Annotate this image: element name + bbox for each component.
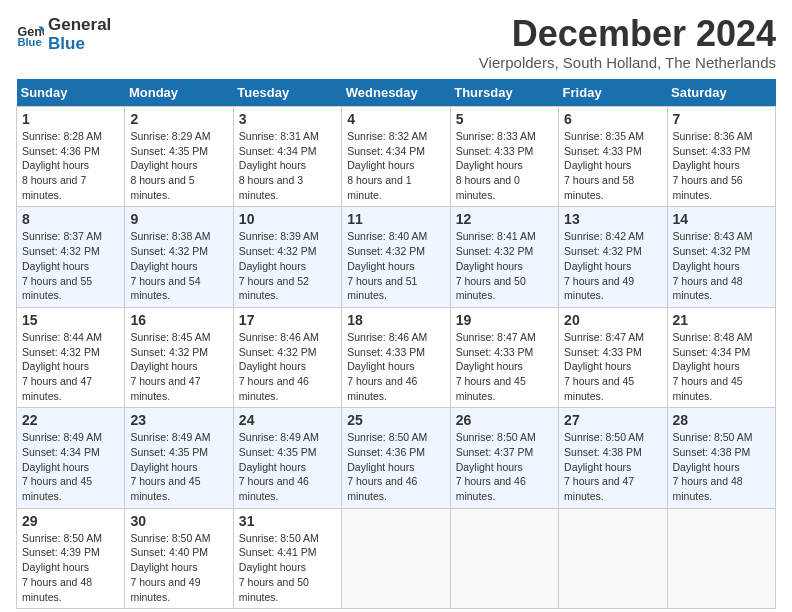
sunrise-label: Sunrise: 8:43 AM <box>673 230 753 242</box>
day-info: Sunrise: 8:47 AM Sunset: 4:33 PM Dayligh… <box>456 330 553 403</box>
daylight-value: 8 hours and 7 minutes. <box>22 174 86 201</box>
sunrise-label: Sunrise: 8:42 AM <box>564 230 644 242</box>
title-section: December 2024 Vierpolders, South Holland… <box>479 16 776 71</box>
daylight-label: Daylight hours <box>22 159 89 171</box>
day-number: 19 <box>456 312 553 328</box>
page-header: General Blue General Blue December 2024 … <box>16 16 776 71</box>
logo-line1: General <box>48 16 111 35</box>
calendar-cell: 28 Sunrise: 8:50 AM Sunset: 4:38 PM Dayl… <box>667 408 775 508</box>
sunrise-label: Sunrise: 8:32 AM <box>347 130 427 142</box>
sunset-label: Sunset: 4:32 PM <box>130 346 208 358</box>
calendar-cell: 12 Sunrise: 8:41 AM Sunset: 4:32 PM Dayl… <box>450 207 558 307</box>
day-number: 2 <box>130 111 227 127</box>
sunrise-label: Sunrise: 8:49 AM <box>239 431 319 443</box>
sunrise-label: Sunrise: 8:50 AM <box>239 532 319 544</box>
sunset-label: Sunset: 4:32 PM <box>564 245 642 257</box>
sunrise-label: Sunrise: 8:37 AM <box>22 230 102 242</box>
weekday-header: Monday <box>125 79 233 107</box>
daylight-value: 7 hours and 47 minutes. <box>564 475 634 502</box>
sunrise-label: Sunrise: 8:48 AM <box>673 331 753 343</box>
day-number: 18 <box>347 312 444 328</box>
sunrise-label: Sunrise: 8:28 AM <box>22 130 102 142</box>
day-number: 12 <box>456 211 553 227</box>
weekday-header: Friday <box>559 79 667 107</box>
calendar-table: SundayMondayTuesdayWednesdayThursdayFrid… <box>16 79 776 609</box>
sunset-label: Sunset: 4:33 PM <box>347 346 425 358</box>
day-info: Sunrise: 8:35 AM Sunset: 4:33 PM Dayligh… <box>564 129 661 202</box>
svg-text:Blue: Blue <box>17 36 41 48</box>
calendar-cell: 16 Sunrise: 8:45 AM Sunset: 4:32 PM Dayl… <box>125 307 233 407</box>
weekday-header: Thursday <box>450 79 558 107</box>
day-number: 30 <box>130 513 227 529</box>
day-number: 20 <box>564 312 661 328</box>
daylight-label: Daylight hours <box>130 360 197 372</box>
sunset-label: Sunset: 4:34 PM <box>239 145 317 157</box>
sunrise-label: Sunrise: 8:50 AM <box>564 431 644 443</box>
day-number: 16 <box>130 312 227 328</box>
daylight-value: 7 hours and 46 minutes. <box>239 475 309 502</box>
daylight-label: Daylight hours <box>22 561 89 573</box>
calendar-cell: 7 Sunrise: 8:36 AM Sunset: 4:33 PM Dayli… <box>667 107 775 207</box>
day-info: Sunrise: 8:44 AM Sunset: 4:32 PM Dayligh… <box>22 330 119 403</box>
sunrise-label: Sunrise: 8:45 AM <box>130 331 210 343</box>
daylight-value: 7 hours and 46 minutes. <box>239 375 309 402</box>
weekday-header: Tuesday <box>233 79 341 107</box>
sunset-label: Sunset: 4:35 PM <box>130 145 208 157</box>
daylight-label: Daylight hours <box>456 360 523 372</box>
sunset-label: Sunset: 4:32 PM <box>239 245 317 257</box>
daylight-label: Daylight hours <box>22 360 89 372</box>
day-number: 14 <box>673 211 770 227</box>
calendar-cell: 26 Sunrise: 8:50 AM Sunset: 4:37 PM Dayl… <box>450 408 558 508</box>
day-number: 15 <box>22 312 119 328</box>
calendar-title: December 2024 <box>479 16 776 52</box>
day-info: Sunrise: 8:33 AM Sunset: 4:33 PM Dayligh… <box>456 129 553 202</box>
logo: General Blue General Blue <box>16 16 111 53</box>
sunrise-label: Sunrise: 8:46 AM <box>347 331 427 343</box>
weekday-header: Saturday <box>667 79 775 107</box>
sunset-label: Sunset: 4:33 PM <box>564 346 642 358</box>
day-number: 7 <box>673 111 770 127</box>
sunset-label: Sunset: 4:40 PM <box>130 546 208 558</box>
calendar-cell: 29 Sunrise: 8:50 AM Sunset: 4:39 PM Dayl… <box>17 508 125 608</box>
daylight-value: 7 hours and 52 minutes. <box>239 275 309 302</box>
day-number: 27 <box>564 412 661 428</box>
daylight-label: Daylight hours <box>347 260 414 272</box>
calendar-cell: 30 Sunrise: 8:50 AM Sunset: 4:40 PM Dayl… <box>125 508 233 608</box>
daylight-label: Daylight hours <box>22 461 89 473</box>
day-info: Sunrise: 8:38 AM Sunset: 4:32 PM Dayligh… <box>130 229 227 302</box>
day-number: 28 <box>673 412 770 428</box>
day-number: 1 <box>22 111 119 127</box>
daylight-label: Daylight hours <box>130 561 197 573</box>
day-number: 31 <box>239 513 336 529</box>
daylight-label: Daylight hours <box>456 461 523 473</box>
day-info: Sunrise: 8:49 AM Sunset: 4:35 PM Dayligh… <box>130 430 227 503</box>
calendar-cell: 10 Sunrise: 8:39 AM Sunset: 4:32 PM Dayl… <box>233 207 341 307</box>
sunrise-label: Sunrise: 8:40 AM <box>347 230 427 242</box>
daylight-value: 8 hours and 0 minutes. <box>456 174 520 201</box>
day-info: Sunrise: 8:40 AM Sunset: 4:32 PM Dayligh… <box>347 229 444 302</box>
calendar-body: 1 Sunrise: 8:28 AM Sunset: 4:36 PM Dayli… <box>17 107 776 609</box>
day-info: Sunrise: 8:43 AM Sunset: 4:32 PM Dayligh… <box>673 229 770 302</box>
sunset-label: Sunset: 4:41 PM <box>239 546 317 558</box>
sunrise-label: Sunrise: 8:50 AM <box>130 532 210 544</box>
calendar-cell: 20 Sunrise: 8:47 AM Sunset: 4:33 PM Dayl… <box>559 307 667 407</box>
day-info: Sunrise: 8:31 AM Sunset: 4:34 PM Dayligh… <box>239 129 336 202</box>
calendar-cell <box>667 508 775 608</box>
day-number: 21 <box>673 312 770 328</box>
calendar-cell: 1 Sunrise: 8:28 AM Sunset: 4:36 PM Dayli… <box>17 107 125 207</box>
sunrise-label: Sunrise: 8:41 AM <box>456 230 536 242</box>
day-number: 24 <box>239 412 336 428</box>
day-info: Sunrise: 8:50 AM Sunset: 4:37 PM Dayligh… <box>456 430 553 503</box>
weekday-header: Sunday <box>17 79 125 107</box>
calendar-week-row: 15 Sunrise: 8:44 AM Sunset: 4:32 PM Dayl… <box>17 307 776 407</box>
calendar-cell: 3 Sunrise: 8:31 AM Sunset: 4:34 PM Dayli… <box>233 107 341 207</box>
sunset-label: Sunset: 4:34 PM <box>673 346 751 358</box>
day-info: Sunrise: 8:47 AM Sunset: 4:33 PM Dayligh… <box>564 330 661 403</box>
sunset-label: Sunset: 4:36 PM <box>22 145 100 157</box>
day-number: 29 <box>22 513 119 529</box>
sunrise-label: Sunrise: 8:38 AM <box>130 230 210 242</box>
calendar-week-row: 29 Sunrise: 8:50 AM Sunset: 4:39 PM Dayl… <box>17 508 776 608</box>
sunset-label: Sunset: 4:35 PM <box>130 446 208 458</box>
calendar-cell: 9 Sunrise: 8:38 AM Sunset: 4:32 PM Dayli… <box>125 207 233 307</box>
sunrise-label: Sunrise: 8:36 AM <box>673 130 753 142</box>
